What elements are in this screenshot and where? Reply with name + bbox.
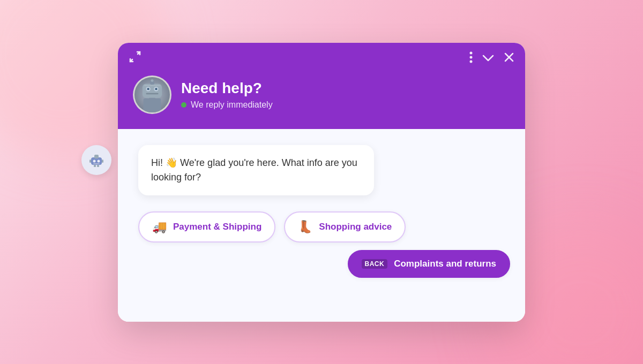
header-actions	[469, 51, 514, 65]
header-text: Need help? We reply immediately	[181, 79, 273, 110]
svg-point-13	[147, 88, 149, 90]
svg-rect-24	[89, 160, 91, 163]
shopping-advice-button[interactable]: 👢 Shopping advice	[284, 211, 406, 242]
minimize-button[interactable]	[482, 52, 494, 63]
chat-body: Hi! 👋 We're glad you're here. What info …	[118, 129, 525, 322]
avatar	[133, 75, 171, 114]
svg-point-4	[470, 60, 473, 63]
status-text: We reply immediately	[191, 100, 273, 110]
status-line: We reply immediately	[181, 100, 273, 110]
expand-icon[interactable]	[129, 50, 141, 66]
svg-point-14	[155, 88, 157, 90]
chat-header: Need help? We reply immediately	[118, 43, 525, 129]
close-button[interactable]	[504, 52, 514, 64]
header-controls	[118, 43, 525, 70]
svg-rect-26	[94, 165, 96, 167]
svg-rect-8	[144, 98, 161, 112]
svg-rect-27	[97, 165, 99, 167]
shopping-advice-emoji: 👢	[298, 220, 312, 234]
header-info: Need help? We reply immediately	[118, 70, 525, 129]
status-dot	[181, 102, 186, 108]
robot-icon-bubble	[81, 145, 111, 175]
message-text: Hi! 👋 We're glad you're here. What info …	[151, 156, 361, 185]
svg-point-2	[470, 51, 473, 54]
complaints-row: BACK Complaints and returns	[348, 250, 510, 278]
svg-point-22	[98, 160, 100, 162]
svg-rect-23	[93, 163, 100, 164]
header-title: Need help?	[181, 79, 273, 97]
complaints-returns-label: Complaints and returns	[394, 259, 496, 269]
payment-shipping-label: Payment & Shipping	[173, 222, 261, 232]
back-label: BACK	[362, 259, 388, 269]
options-row-1: 🚚 Payment & Shipping 👢 Shopping advice	[138, 211, 406, 242]
more-options-button[interactable]	[469, 51, 473, 65]
svg-point-21	[93, 160, 96, 162]
svg-rect-25	[102, 160, 103, 163]
complaints-returns-button[interactable]: BACK Complaints and returns	[348, 250, 510, 278]
shopping-advice-label: Shopping advice	[319, 222, 392, 232]
payment-shipping-button[interactable]: 🚚 Payment & Shipping	[138, 211, 275, 242]
options-container: 🚚 Payment & Shipping 👢 Shopping advice B…	[133, 211, 510, 278]
payment-shipping-emoji: 🚚	[152, 220, 167, 234]
svg-rect-15	[146, 93, 158, 94]
message-bubble: Hi! 👋 We're glad you're here. What info …	[138, 145, 374, 195]
chat-widget: Need help? We reply immediately	[118, 43, 525, 322]
svg-point-3	[470, 56, 473, 58]
svg-rect-20	[94, 155, 99, 158]
svg-point-17	[151, 79, 154, 82]
svg-rect-18	[144, 85, 160, 86]
